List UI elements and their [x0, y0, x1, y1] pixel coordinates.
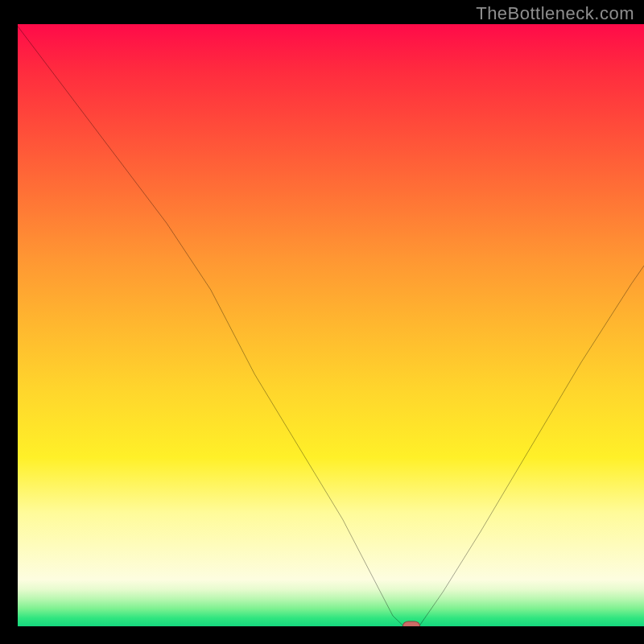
gradient-top	[16, 24, 644, 580]
watermark-text: TheBottleneck.com	[476, 3, 634, 24]
chart-frame: TheBottleneck.com	[0, 0, 644, 644]
y-axis	[16, 24, 18, 628]
x-axis	[16, 626, 644, 628]
plot-area	[16, 24, 644, 628]
gradient-bottom	[16, 580, 644, 628]
